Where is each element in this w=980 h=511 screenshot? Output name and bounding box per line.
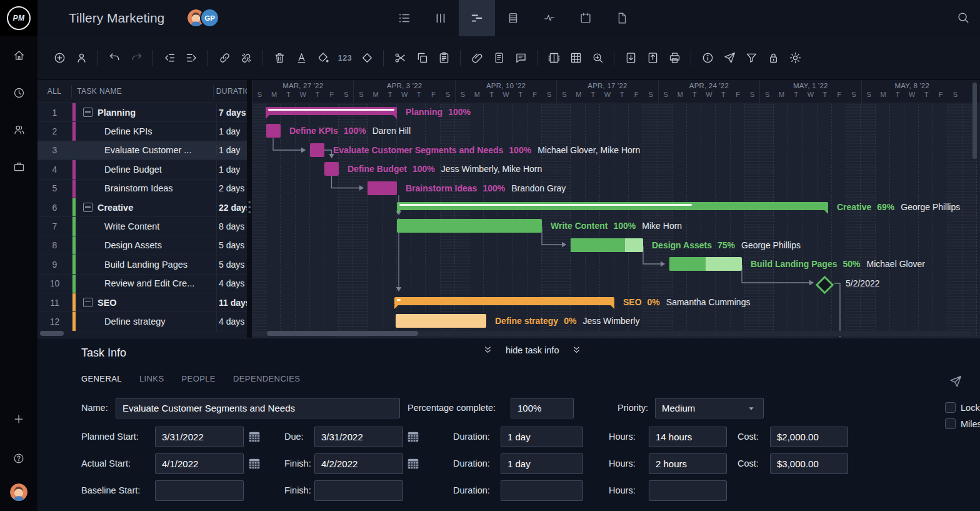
gantt-scroll-thumb[interactable] [267,331,418,336]
send-icon[interactable] [949,375,962,388]
app-logo[interactable]: PM [0,0,38,36]
table-row[interactable]: 11SEO11 days [38,293,247,312]
calendar-icon[interactable] [248,457,261,470]
table-row[interactable]: 2Define KPIs1 day [38,122,247,141]
collapse-icon[interactable] [83,108,92,117]
column-header-all[interactable]: ALL [38,87,71,96]
sidebar-add-button[interactable] [8,408,30,430]
numbers-button[interactable]: 123 [336,49,354,68]
duration-cell[interactable]: 5 days [216,236,247,255]
redo-button[interactable] [127,49,146,68]
task-info-tab-dependencies[interactable]: DEPENDENCIES [233,374,300,383]
planned-hours-input[interactable] [649,427,727,447]
priority-select[interactable]: Medium [655,398,764,418]
baseline-finish-input[interactable] [314,480,403,501]
outdent-button[interactable] [160,49,179,68]
task-info-tab-links[interactable]: LINKS [139,374,164,383]
hide-task-info-button[interactable]: hide task info [482,345,582,355]
unlink-button[interactable] [237,49,256,68]
delete-button[interactable] [270,49,289,68]
project-avatars[interactable]: GP [186,8,219,28]
vertical-scroll-thumb[interactable] [972,83,977,159]
table-row[interactable]: 9Build Landing Pages5 days [38,255,247,274]
sidebar-clock-button[interactable] [8,81,30,104]
view-tab-sheet[interactable] [495,0,531,36]
paste-button[interactable] [434,49,453,68]
share-button[interactable] [720,49,739,68]
gantt-summary-bar[interactable] [266,107,397,115]
baseline-hours-input[interactable] [649,480,727,501]
assignee-button[interactable] [72,49,91,68]
sidebar-team-button[interactable] [8,118,30,141]
baseline-duration-input[interactable] [501,480,583,501]
planned-start-input[interactable] [155,427,244,447]
gantt-milestone-diamond[interactable] [816,275,834,294]
view-tab-board[interactable] [422,0,459,36]
task-name-cell[interactable]: Brainstorm Ideas [76,180,216,198]
percentage-complete-input[interactable] [511,398,574,418]
task-name-cell[interactable]: Define KPIs [76,122,216,140]
gantt-task-bar[interactable] [669,257,742,271]
task-name-cell[interactable]: Build Landing Pages [76,255,216,273]
task-name-cell[interactable]: Define strategy [76,312,216,330]
comment-button[interactable] [511,49,530,68]
gantt-task-bar[interactable] [368,181,397,195]
gantt-task-bar[interactable] [396,314,486,328]
export-button[interactable] [643,49,662,68]
actual-duration-input[interactable] [501,453,583,474]
duration-cell[interactable]: 4 days [216,275,247,293]
task-name-cell[interactable]: Review and Edit Cre... [76,275,216,293]
duration-cell[interactable]: 8 days [216,217,247,235]
task-name-cell[interactable]: Planning [76,103,216,121]
task-name-cell[interactable]: Evaluate Customer ... [76,145,216,155]
duration-cell[interactable]: 1 day [216,122,247,140]
view-tab-calendar[interactable] [568,0,604,36]
copy-button[interactable] [412,49,431,68]
search-button[interactable] [956,11,970,24]
table-row[interactable]: 8Design Assets5 days [38,236,247,255]
columns-button[interactable] [544,49,563,68]
gantt-task-bar[interactable] [266,124,281,138]
gantt-task-bar[interactable] [571,238,643,252]
sidebar-portfolio-button[interactable] [8,155,30,178]
filter-button[interactable] [742,49,761,68]
actual-hours-input[interactable] [649,453,727,474]
table-row[interactable]: 7Write Content8 days [38,217,247,236]
table-row[interactable]: 4Define Budget1 day [38,160,247,179]
link-button[interactable] [215,49,234,68]
add-task-button[interactable] [50,49,69,68]
task-info-tab-people[interactable]: PEOPLE [182,374,216,383]
gantt-task-bar[interactable] [310,143,324,157]
table-row[interactable]: 12Define strategy4 days [38,312,247,331]
milestone-checkbox[interactable] [945,418,956,429]
gantt-summary-bar[interactable] [394,297,614,305]
indent-button[interactable] [182,49,201,68]
pane-splitter[interactable]: ••• [247,80,252,338]
print-button[interactable] [665,49,684,68]
task-name-cell[interactable]: Design Assets [76,236,216,255]
lock-button[interactable] [764,49,782,68]
duration-cell[interactable]: 4 days [216,312,247,330]
cut-button[interactable] [391,49,409,68]
table-row[interactable]: 1Planning7 days [38,103,247,122]
gantt-summary-bar[interactable] [397,202,828,210]
duration-cell[interactable]: 5 days [216,255,247,273]
planned-duration-input[interactable] [501,427,583,447]
undo-button[interactable] [105,49,124,68]
due-date-input[interactable] [314,427,403,447]
duration-cell[interactable]: 11 days [216,293,247,311]
column-header-duration[interactable]: DURATION [213,85,247,98]
planned-cost-input[interactable] [770,427,848,447]
view-tab-activity[interactable] [531,0,568,36]
user-avatar[interactable] [10,483,28,501]
duration-cell[interactable]: 7 days [216,103,247,121]
actual-cost-input[interactable] [770,453,848,474]
table-row[interactable]: 5Brainstorm Ideas2 days [38,180,247,198]
baseline-start-input[interactable] [155,480,244,501]
gantt-horizontal-scrollbar[interactable] [252,331,971,336]
calendar-icon[interactable] [406,457,420,470]
grid-button[interactable] [566,49,585,68]
collapse-icon[interactable] [83,203,92,212]
duration-cell[interactable]: 2 days [216,180,247,198]
sidebar-help-button[interactable] [8,447,30,470]
